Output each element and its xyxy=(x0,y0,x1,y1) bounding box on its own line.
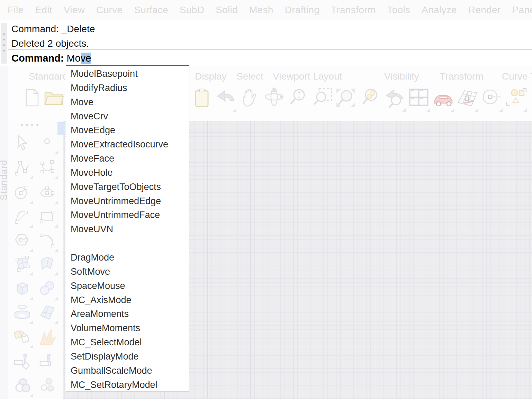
menu-transform[interactable]: Transform xyxy=(331,4,376,16)
autocomplete-item[interactable]: ModelBasepoint xyxy=(66,67,189,81)
autocomplete-item[interactable]: MoveTargetToObjects xyxy=(66,180,189,194)
menu-analyze[interactable]: Analyze xyxy=(422,4,457,16)
undo-view-change-icon[interactable] xyxy=(384,87,406,113)
autocomplete-item[interactable]: ModifyRadius xyxy=(66,81,189,95)
command-typed-text: Mo xyxy=(66,53,80,64)
sidebar-grip[interactable] xyxy=(21,123,52,127)
surface-loft-icon[interactable] xyxy=(37,254,58,276)
autocomplete-item[interactable]: VolumeMoments xyxy=(66,321,189,335)
arc-icon[interactable] xyxy=(12,206,33,228)
command-separator xyxy=(8,49,532,49)
ellipse-icon[interactable] xyxy=(37,183,58,205)
zoom-extents-icon[interactable] xyxy=(334,87,357,113)
command-panel-grip[interactable] xyxy=(1,23,7,64)
explode-icon[interactable] xyxy=(37,327,58,349)
menu-surface[interactable]: Surface xyxy=(134,4,168,16)
autocomplete-item[interactable]: Move xyxy=(66,95,189,109)
menu-curve[interactable]: Curve xyxy=(96,4,123,16)
autocomplete-item[interactable]: MoveHole xyxy=(66,166,189,180)
autocomplete-item[interactable]: SetDisplayMode xyxy=(66,350,189,364)
split-icon[interactable] xyxy=(37,352,58,374)
named-views-car-icon[interactable] xyxy=(432,87,454,113)
menu-view[interactable]: View xyxy=(64,4,85,16)
menu-mesh[interactable]: Mesh xyxy=(249,4,273,16)
plugins-puzzle-icon[interactable] xyxy=(12,327,33,349)
cplane-icon[interactable] xyxy=(456,87,478,113)
box-icon[interactable] xyxy=(12,279,33,301)
tab-display[interactable]: Display xyxy=(195,71,227,82)
autocomplete-item[interactable]: MC_AxisMode xyxy=(66,293,189,307)
polygon-icon[interactable] xyxy=(12,230,33,253)
menu-render[interactable]: Render xyxy=(468,4,501,16)
trim-icon[interactable] xyxy=(12,352,33,374)
tab-visibility[interactable]: Visibility xyxy=(384,71,419,82)
undo-icon[interactable] xyxy=(214,87,236,113)
autocomplete-item[interactable]: DragMode xyxy=(66,251,189,265)
surface-patch-icon[interactable] xyxy=(37,302,58,325)
menu-edit[interactable]: Edit xyxy=(35,4,52,16)
autocomplete-item[interactable]: GumballScaleMode xyxy=(66,364,189,378)
autocomplete-item[interactable]: SoftMove xyxy=(66,265,189,279)
menu-solid[interactable]: Solid xyxy=(216,4,238,16)
viewport-layout-icon[interactable] xyxy=(408,87,430,113)
main-toolbar-sidebar xyxy=(8,121,63,399)
sphere-icon[interactable] xyxy=(37,279,58,301)
command-autocomplete-popup: ModelBasepoint ModifyRadius Move MoveCrv… xyxy=(66,65,189,391)
menu-file[interactable]: File xyxy=(8,4,24,16)
group-icon[interactable] xyxy=(37,376,58,398)
autocomplete-item[interactable]: MC_SelectModel xyxy=(66,335,189,350)
new-document-icon[interactable] xyxy=(21,87,44,113)
autocomplete-item[interactable]: MoveUntrimmedEdge xyxy=(66,194,189,208)
boolean-union-icon[interactable] xyxy=(12,376,33,398)
command-panel: Command: _Delete Deleted 2 objects. Comm… xyxy=(0,20,532,66)
tab-transform[interactable]: Transform xyxy=(440,71,484,82)
curve-through-points-icon[interactable] xyxy=(37,158,58,180)
zoom-dynamic-icon[interactable] xyxy=(288,87,310,113)
open-folder-icon[interactable] xyxy=(42,87,64,113)
autocomplete-group-separator xyxy=(66,236,189,251)
command-history-line: Command: _Delete xyxy=(11,22,95,36)
menu-drafting[interactable]: Drafting xyxy=(285,4,319,16)
rectangle-icon[interactable] xyxy=(37,206,58,228)
point-icon[interactable] xyxy=(37,133,58,155)
toolbar-group-strip: Standard xyxy=(0,66,8,399)
control-point-curve-icon[interactable] xyxy=(12,158,33,180)
autocomplete-item[interactable]: MC_SetRotaryModel xyxy=(66,378,189,392)
rotate-view-icon[interactable] xyxy=(262,87,285,113)
surface-control-points-icon[interactable] xyxy=(12,254,33,276)
autocomplete-item[interactable]: MoveFace xyxy=(66,152,189,166)
menu-tools[interactable]: Tools xyxy=(387,4,410,16)
menu-bar: File Edit View Curve Surface SubD Solid … xyxy=(0,0,532,20)
menu-subd[interactable]: SubD xyxy=(180,4,204,16)
paste-icon[interactable] xyxy=(192,87,215,113)
autocomplete-item[interactable]: MoveEdge xyxy=(66,123,189,137)
command-autocomplete-selection: ve xyxy=(81,53,91,64)
zoom-selected-icon[interactable] xyxy=(361,87,383,113)
tab-select[interactable]: Select xyxy=(236,71,263,82)
autocomplete-item[interactable]: MoveUVN xyxy=(66,222,189,236)
tab-curve-tools[interactable]: Curve Tools xyxy=(502,71,532,82)
set-view-icon[interactable] xyxy=(480,87,503,113)
pan-hand-icon[interactable] xyxy=(239,87,261,113)
select-cursor-icon[interactable] xyxy=(12,133,33,155)
tab-viewport-layout[interactable]: Viewport Layout xyxy=(273,71,342,82)
curve-fillet-icon[interactable] xyxy=(37,230,58,253)
selection-filter-icon[interactable] xyxy=(505,87,527,113)
menu-panels[interactable]: Panels xyxy=(512,4,532,16)
circle-icon[interactable] xyxy=(12,183,33,205)
cylinder-icon[interactable] xyxy=(12,302,33,325)
autocomplete-item[interactable]: MoveUntrimmedFace xyxy=(66,208,189,222)
autocomplete-item[interactable]: AreaMoments xyxy=(66,307,189,321)
command-input[interactable]: Command:Move xyxy=(11,51,91,65)
command-prompt-label: Command: xyxy=(11,53,64,64)
tab-standard[interactable]: Standard xyxy=(29,71,68,82)
command-history-line: Deleted 2 objects. xyxy=(11,37,89,51)
autocomplete-item[interactable]: MoveCrv xyxy=(66,109,189,124)
autocomplete-item[interactable]: SpaceMouse xyxy=(66,279,189,293)
active-viewport-tab[interactable] xyxy=(57,122,66,135)
autocomplete-item[interactable]: MoveExtractedIsocurve xyxy=(66,137,189,152)
zoom-window-icon[interactable] xyxy=(312,87,334,113)
